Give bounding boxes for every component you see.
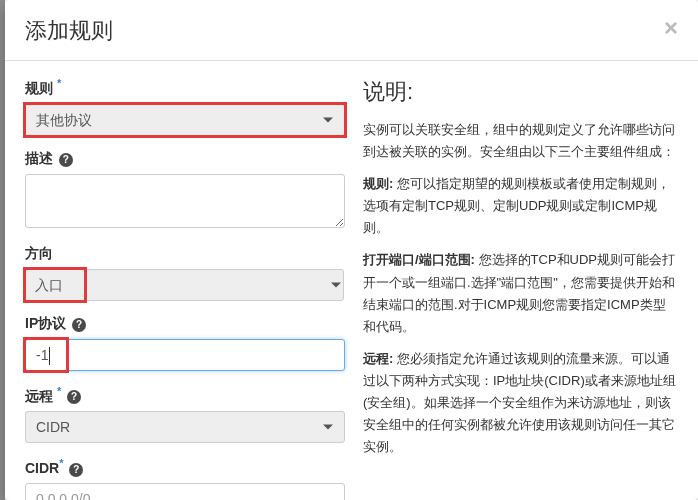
help-icon[interactable]: ?	[69, 463, 83, 477]
required-marker: *	[57, 77, 61, 89]
rule-select-wrap: 其他协议	[25, 104, 345, 136]
description-column: 说明: 实例可以关联安全组，组中的规则定义了允许哪些访问到达被关联的实例。安全组…	[345, 77, 678, 500]
ip-protocol-label: IP协议 ?	[25, 315, 345, 333]
direction-label: 方向	[25, 245, 345, 263]
modal-title: 添加规则	[25, 16, 113, 46]
direction-field-group: 方向 入口	[25, 245, 345, 301]
form-column: 规则 * 其他协议 描述 ? 方向	[25, 77, 345, 500]
description-label: 描述 ?	[25, 150, 345, 168]
description-title: 说明:	[363, 77, 678, 107]
direction-select[interactable]: 入口	[24, 269, 344, 301]
description-textarea[interactable]	[25, 174, 345, 228]
rule-field-group: 规则 * 其他协议	[25, 77, 345, 136]
description-intro: 实例可以关联安全组，组中的规则定义了允许哪些访问到达被关联的实例。安全组由以下三…	[363, 119, 678, 163]
close-button[interactable]: ×	[664, 16, 678, 40]
rule-label: 规则 *	[25, 77, 345, 98]
ip-protocol-input-wrap	[25, 339, 67, 371]
description-port-section: 打开端口/端口范围: 您选择的TCP和UDP规则可能会打开一个或一组端口.选择"…	[363, 249, 678, 337]
description-rule-section: 规则: 您可以指定期望的规则模板或者使用定制规则，选项有定制TCP规则、定制UD…	[363, 173, 678, 239]
add-rule-modal: 添加规则 × 规则 * 其他协议 描述 ?	[5, 0, 698, 500]
rule-select[interactable]: 其他协议	[25, 104, 345, 136]
ip-protocol-field-group: IP协议 ?	[25, 315, 345, 371]
remote-label: 远程 * ?	[25, 385, 345, 406]
required-marker: *	[57, 385, 61, 397]
direction-select-wrap: 入口	[25, 269, 85, 301]
modal-header: 添加规则 ×	[5, 0, 698, 61]
help-icon[interactable]: ?	[67, 390, 81, 404]
modal-body: 规则 * 其他协议 描述 ? 方向	[5, 61, 698, 500]
required-marker: *	[59, 457, 63, 469]
cidr-label: CIDR* ?	[25, 457, 345, 477]
description-field-group: 描述 ?	[25, 150, 345, 231]
text-cursor	[49, 347, 50, 365]
remote-select[interactable]: CIDR	[25, 411, 345, 443]
ip-protocol-input[interactable]	[25, 339, 345, 371]
remote-field-group: 远程 * ? CIDR	[25, 385, 345, 444]
help-icon[interactable]: ?	[72, 318, 86, 332]
description-remote-section: 远程: 您必须指定允许通过该规则的流量来源。可以通过以下两种方式实现：IP地址块…	[363, 348, 678, 458]
cidr-field-group: CIDR* ?	[25, 457, 345, 500]
remote-select-wrap: CIDR	[25, 411, 345, 443]
cidr-input[interactable]	[25, 483, 345, 500]
help-icon[interactable]: ?	[59, 153, 73, 167]
